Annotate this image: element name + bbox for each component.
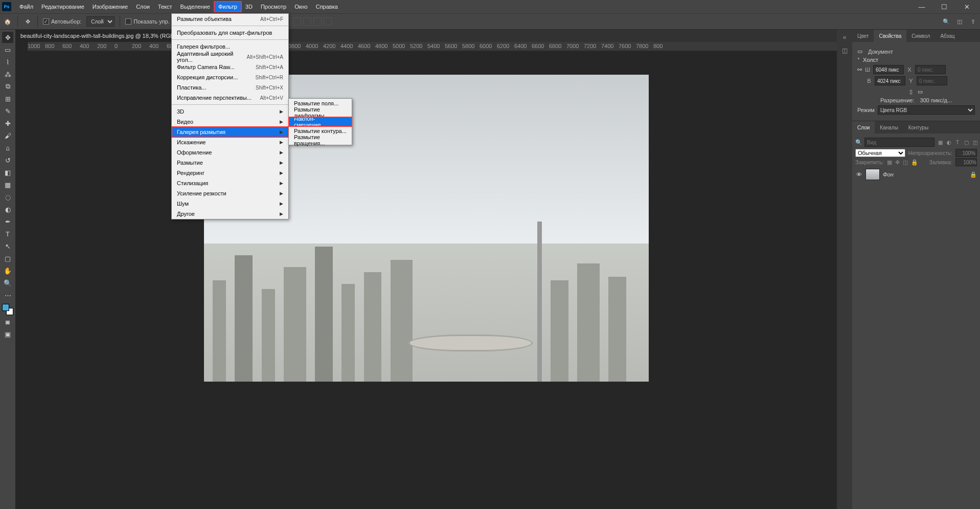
document-tab[interactable]: beautiful-city-landscape-with-tall-build… [15,30,197,42]
x-input[interactable] [915,65,946,74]
menu-фильтр[interactable]: Фильтр [214,2,241,12]
collapse-arrow-icon[interactable]: « [840,33,849,42]
menu-просмотр[interactable]: Просмотр [257,2,290,12]
menu-item[interactable]: Стилизация▶ [172,178,288,188]
layer-row[interactable]: 👁 Фон 🔒 [855,167,977,182]
tab-Контуры[interactable]: Контуры [903,121,933,134]
tab-Слои[interactable]: Слои [852,121,875,134]
distribute-icon[interactable] [303,17,311,26]
distribute-icon[interactable] [293,17,301,26]
quickmask-tool[interactable]: ◙ [2,316,13,327]
link-icon[interactable]: ⚯ [857,67,862,73]
home-icon[interactable]: 🏠 [3,17,12,26]
marquee-tool[interactable]: ▭ [2,44,13,55]
tab-Цвет[interactable]: Цвет [852,30,874,42]
menu-файл[interactable]: Файл [15,2,37,12]
menu-item[interactable]: Пластика...Shift+Ctrl+X [172,82,288,93]
menu-3d[interactable]: 3D [241,2,257,12]
crop-tool[interactable]: ⧉ [2,81,13,92]
blur-tool[interactable]: ◌ [2,191,13,203]
text-tool[interactable]: T [2,228,13,239]
height-input[interactable] [875,76,905,85]
move-tool-icon[interactable]: ✥ [23,17,32,26]
menu-выделение[interactable]: Выделение [176,2,214,12]
menu-item[interactable]: Коррекция дисторсии...Shift+Ctrl+R [172,72,288,82]
search-icon[interactable]: 🔍 [942,17,950,26]
menu-item[interactable]: Преобразовать для смарт-фильтров [172,28,288,38]
gradient-tool[interactable]: ▦ [2,179,13,190]
tab-Абзац[interactable]: Абзац [935,30,960,42]
tab-Каналы[interactable]: Каналы [875,121,903,134]
menu-справка[interactable]: Справка [312,2,342,12]
submenu-item[interactable]: Размытие вращения... [289,136,352,145]
move-tool[interactable]: ✥ [2,32,13,43]
orient-portrait-icon[interactable]: ▯ [909,88,913,95]
panel-icon[interactable]: ◫ [840,46,849,55]
orient-landscape-icon[interactable]: ▭ [918,88,923,95]
share-icon[interactable]: ⇪ [969,17,977,26]
menu-item[interactable]: Адаптивный широкий угол...Alt+Shift+Ctrl… [172,52,288,62]
filter-icon[interactable]: ▢ [963,139,970,146]
menu-item[interactable]: Исправление перспективы...Alt+Ctrl+V [172,93,288,103]
toolbar-more[interactable]: ⋯ [2,290,13,301]
lasso-tool[interactable]: ⌇ [2,56,13,68]
stamp-tool[interactable]: ⩍ [2,142,13,153]
menu-item[interactable]: 3D▶ [172,106,288,117]
fill-input[interactable] [955,158,977,166]
lock-artboard-icon[interactable]: ◫ [903,159,908,166]
menu-item[interactable]: Оформление▶ [172,147,288,158]
healing-tool[interactable]: ✚ [2,118,13,129]
tab-Символ[interactable]: Символ [906,30,935,42]
minimize-button[interactable]: — [910,0,933,13]
color-swatch[interactable] [2,304,13,315]
canvas-section[interactable]: Холст [857,57,975,63]
shape-tool[interactable]: ▢ [2,253,13,264]
menu-item[interactable]: Фильтр Camera Raw...Shift+Ctrl+A [172,62,288,72]
pen-tool[interactable]: ✒ [2,216,13,227]
path-tool[interactable]: ↖ [2,240,13,252]
menu-item[interactable]: Другое▶ [172,209,288,219]
layer-name[interactable]: Фон [883,171,967,178]
layer-thumbnail[interactable] [865,169,880,180]
menu-item[interactable]: Искажение▶ [172,137,288,147]
menu-item[interactable]: Галерея фильтров... [172,41,288,52]
menu-редактирование[interactable]: Редактирование [37,2,88,12]
menu-item[interactable]: Усиление резкости▶ [172,188,288,198]
lock-all-icon[interactable]: 🔒 [911,159,918,166]
layer-search-input[interactable] [864,138,935,147]
menu-item[interactable]: Видео▶ [172,117,288,127]
lock-pixels-icon[interactable]: ▦ [887,159,892,166]
lock-position-icon[interactable]: ✥ [895,159,900,166]
screenmode-tool[interactable]: ▣ [2,328,13,340]
brush-tool[interactable]: 🖌 [2,130,13,141]
menu-окно[interactable]: Окно [290,2,312,12]
filter-icon[interactable]: ▦ [937,139,944,146]
autoselect-target-select[interactable]: Слой [86,16,115,27]
menu-слои[interactable]: Слои [132,2,154,12]
menu-item[interactable]: Галерея размытия▶ [172,127,288,137]
filter-icon[interactable]: ◐ [945,139,952,146]
history-brush-tool[interactable]: ↺ [2,154,13,166]
menu-текст[interactable]: Текст [154,2,176,12]
tab-Свойства[interactable]: Свойства [874,30,906,42]
visibility-icon[interactable]: 👁 [855,171,862,178]
mode-select[interactable]: Цвета RGB [878,105,975,115]
autoselect-checkbox[interactable]: ✓Автовыбор: [43,18,81,25]
maximize-button[interactable]: ☐ [933,0,955,13]
menu-item[interactable]: Размытие объективаAlt+Ctrl+F [172,14,288,24]
filter-icon[interactable]: ◫ [971,139,978,146]
zoom-tool[interactable]: 🔍 [2,277,13,289]
width-input[interactable] [873,65,904,74]
eraser-tool[interactable]: ◧ [2,167,13,178]
dodge-tool[interactable]: ◐ [2,204,13,215]
close-button[interactable]: ✕ [955,0,978,13]
submenu-item[interactable]: Наклон-смещение... [289,117,352,126]
y-input[interactable] [917,76,947,85]
hand-tool[interactable]: ✋ [2,265,13,276]
menu-item[interactable]: Шум▶ [172,198,288,209]
menu-item[interactable]: Размытие▶ [172,158,288,168]
filter-icon[interactable]: T [954,139,961,146]
menu-изображение[interactable]: Изображение [88,2,132,12]
frame-tool[interactable]: ⊞ [2,93,13,104]
workspace-icon[interactable]: ◫ [955,17,964,26]
